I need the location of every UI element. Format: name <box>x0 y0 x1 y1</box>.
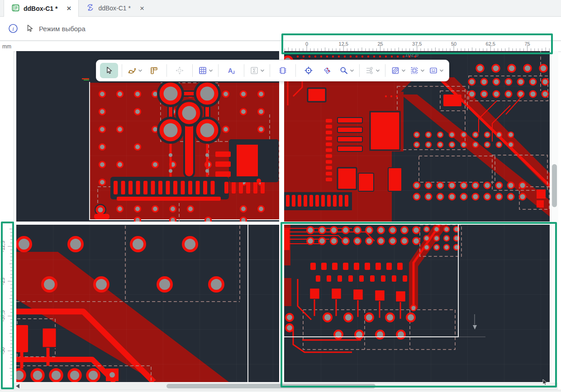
dimension-annotation: 102,6 <box>397 52 426 58</box>
ruler-vertical[interactable]: -12,5-25-37,5-50 <box>0 51 14 382</box>
tab-label: ddBox-C1 * <box>98 5 131 12</box>
svg-text:12,5: 12,5 <box>339 41 348 47</box>
document-tab-bar: ddBox-C1 * × ddBox-C1 * × <box>0 0 561 17</box>
pcb-pane-bottom-right[interactable] <box>284 225 550 382</box>
place-text-button[interactable]: A <box>222 63 240 78</box>
selection-area-button[interactable] <box>408 63 426 78</box>
svg-text:62,5: 62,5 <box>486 41 495 47</box>
horizontal-scrollbar-thumb[interactable] <box>166 384 376 388</box>
chevron-down-icon[interactable] <box>376 69 380 72</box>
toolbar-separator <box>270 64 270 77</box>
scroll-left-arrow-icon[interactable] <box>16 384 19 388</box>
bottom-strip <box>0 390 561 392</box>
close-icon[interactable]: × <box>66 5 72 12</box>
measure-ruler-button[interactable] <box>145 63 163 78</box>
svg-text:-50: -50 <box>0 347 5 354</box>
route-trace-button[interactable] <box>126 63 144 78</box>
pcb-canvas-area[interactable] <box>16 51 550 382</box>
toolbar-separator <box>166 64 167 77</box>
floating-toolbar: A <box>96 60 449 81</box>
chevron-down-icon[interactable] <box>209 69 213 72</box>
chevron-down-icon[interactable] <box>401 69 406 72</box>
toolbar-separator <box>244 64 244 77</box>
ruler-unit-cell: mm <box>0 41 14 52</box>
pcb-editor-window: ddBox-C1 * × ddBox-C1 * × i Режим выбора… <box>0 0 561 392</box>
svg-text:-37,5: -37,5 <box>0 310 5 321</box>
info-icon[interactable]: i <box>8 24 18 33</box>
close-icon[interactable]: × <box>139 5 145 12</box>
mouse-cursor-icon <box>542 379 548 388</box>
svg-text:-12,5: -12,5 <box>0 241 5 252</box>
vertical-scrollbar-thumb[interactable] <box>552 164 557 207</box>
chevron-down-icon[interactable] <box>420 69 425 72</box>
chevron-down-icon[interactable] <box>350 69 354 72</box>
tab-schematic-ddbox-c1[interactable]: ddBox-C1 * × <box>79 0 152 16</box>
mode-toolbar: i Режим выбора <box>0 17 561 41</box>
net-filter-button[interactable] <box>363 63 381 78</box>
pcb-canvas[interactable] <box>16 51 550 382</box>
toolbar-separator <box>122 64 122 77</box>
ruler-vertical-ticks: -12,5-25-37,5-50 <box>0 51 14 382</box>
place-component-button[interactable] <box>274 63 292 78</box>
toolbar-separator <box>295 64 296 77</box>
chevron-down-icon[interactable] <box>138 69 143 72</box>
panelization-button[interactable] <box>427 63 445 78</box>
mode-label: Режим выбора <box>39 25 86 33</box>
zoom-tool-button[interactable] <box>338 63 356 78</box>
horizontal-scrollbar[interactable] <box>14 383 558 390</box>
pcb-document-icon <box>11 4 20 14</box>
chevron-down-icon[interactable] <box>439 69 444 72</box>
select-tool-button[interactable] <box>100 63 118 78</box>
select-cursor-icon <box>25 24 34 33</box>
svg-text:A: A <box>228 67 233 74</box>
toolbar-separator <box>192 64 193 77</box>
move-objects-button[interactable] <box>171 63 189 78</box>
schematic-document-icon <box>86 3 95 13</box>
toolbar-separator <box>218 64 219 77</box>
vertical-scrollbar[interactable] <box>551 51 558 382</box>
ruler-horizontal-ticks: 012,52537,55062,575 <box>14 41 561 52</box>
tab-label: ddBox-C1 * <box>24 5 57 12</box>
grid-settings-button[interactable] <box>196 63 214 78</box>
svg-text:0: 0 <box>305 41 308 47</box>
copper-pour-button[interactable] <box>389 63 407 78</box>
toolbar-separator <box>359 64 360 77</box>
pcb-pane-bottom-left[interactable] <box>16 225 279 382</box>
flip-layer-button[interactable] <box>319 63 337 78</box>
tab-pcb-ddbox-c1[interactable]: ddBox-C1 * × <box>4 0 79 17</box>
svg-text:25: 25 <box>377 41 383 47</box>
svg-text:37,5: 37,5 <box>412 41 422 47</box>
origin-crosshair-button[interactable] <box>300 63 318 78</box>
toolbar-separator <box>385 64 385 77</box>
svg-text:75: 75 <box>524 41 530 47</box>
svg-text:-25: -25 <box>0 278 5 285</box>
svg-text:i: i <box>12 25 14 32</box>
chevron-down-icon[interactable] <box>260 69 265 72</box>
ruler-horizontal[interactable]: 012,52537,55062,575 <box>14 41 561 52</box>
svg-text:50: 50 <box>451 41 456 47</box>
formula-button[interactable] <box>248 63 266 78</box>
